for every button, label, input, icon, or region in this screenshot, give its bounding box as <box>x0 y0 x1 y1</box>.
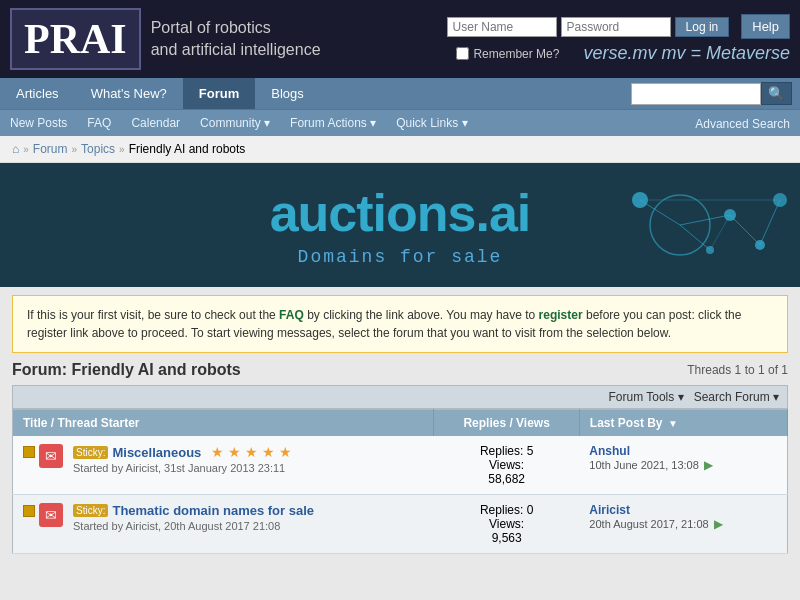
advanced-search-link[interactable]: Advanced Search <box>695 117 790 131</box>
login-row: Log in <box>447 17 730 37</box>
help-button[interactable]: Help <box>741 14 790 39</box>
forum-section: Forum: Friendly AI and robots Threads 1 … <box>12 361 788 554</box>
thread-title-cell: ✉ Sticky: Thematic domain names for sale… <box>13 495 434 554</box>
remember-checkbox[interactable] <box>456 47 469 60</box>
lastpost-cell: Anshul 10th June 2021, 13:08 ▶ <box>579 436 787 495</box>
nav-articles[interactable]: Articles <box>0 78 75 109</box>
replies-cell: Replies: 5 Views: 58,682 <box>434 436 579 495</box>
remember-label: Remember Me? <box>473 47 559 61</box>
login-button[interactable]: Log in <box>675 17 730 37</box>
table-row: ✉ Sticky: Miscellaneous ★ ★ ★ ★ ★ Starte… <box>13 436 788 495</box>
thread-status-icon: ✉ <box>39 444 63 468</box>
star-rating: ★ ★ ★ ★ ★ <box>211 444 292 460</box>
go-to-post-icon[interactable]: ▶ <box>714 517 723 531</box>
thread-count: Threads 1 to 1 of 1 <box>687 363 788 377</box>
password-input[interactable] <box>561 17 671 37</box>
sticky-badge: Sticky: <box>73 504 108 517</box>
thread-info: Sticky: Miscellaneous ★ ★ ★ ★ ★ Started … <box>73 444 292 474</box>
subnav-forum-actions[interactable]: Forum Actions ▾ <box>280 112 386 134</box>
thread-link[interactable]: Miscellaneous <box>112 445 201 460</box>
thread-status-icon: ✉ <box>39 503 63 527</box>
sticky-icon <box>23 505 35 517</box>
replies-cell: Replies: 0 Views: 9,563 <box>434 495 579 554</box>
breadcrumb-current: Friendly AI and robots <box>129 142 246 156</box>
lastpost-cell: Airicist 20th August 2017, 21:08 ▶ <box>579 495 787 554</box>
thread-title-cell: ✉ Sticky: Miscellaneous ★ ★ ★ ★ ★ Starte… <box>13 436 434 495</box>
col-replies-views: Replies / Views <box>434 410 579 437</box>
nav-forum[interactable]: Forum <box>183 78 255 109</box>
lastpost-user[interactable]: Airicist <box>589 503 777 517</box>
site-header: PRAI Portal of robotics and artificial i… <box>0 0 800 78</box>
breadcrumb: ⌂ » Forum » Topics » Friendly AI and rob… <box>0 136 800 163</box>
thread-link[interactable]: Thematic domain names for sale <box>112 503 314 518</box>
subnav-faq[interactable]: FAQ <box>77 112 121 134</box>
metaverse-text: verse.mv mv = Metaverse <box>583 43 790 64</box>
username-input[interactable] <box>447 17 557 37</box>
faq-link[interactable]: FAQ <box>279 308 304 322</box>
logo-box: PRAI Portal of robotics and artificial i… <box>10 8 321 70</box>
breadcrumb-topics[interactable]: Topics <box>81 142 115 156</box>
thread-meta: Started by Airicist, 20th August 2017 21… <box>73 520 314 532</box>
info-box: If this is your first visit, be sure to … <box>12 295 788 353</box>
forum-toolbar: Forum Tools ▾ Search Forum ▾ <box>12 385 788 409</box>
subnav-right: Advanced Search <box>695 116 800 131</box>
col-last-post[interactable]: Last Post By ▼ <box>579 410 787 437</box>
nav-search-input[interactable] <box>631 83 761 105</box>
lastpost-user[interactable]: Anshul <box>589 444 777 458</box>
sort-icon: ▼ <box>668 418 678 429</box>
table-row: ✉ Sticky: Thematic domain names for sale… <box>13 495 788 554</box>
forum-tools-button[interactable]: Forum Tools ▾ <box>608 390 683 404</box>
forum-title: Forum: Friendly AI and robots <box>12 361 241 379</box>
breadcrumb-forum[interactable]: Forum <box>33 142 68 156</box>
sticky-icon <box>23 446 35 458</box>
header-right: Log in Help Remember Me? verse.mv mv = M… <box>447 14 790 64</box>
remember-row: Remember Me? verse.mv mv = Metaverse <box>456 43 790 64</box>
col-title: Title / Thread Starter <box>13 410 434 437</box>
sticky-badge: Sticky: <box>73 446 108 459</box>
subnav-quick-links[interactable]: Quick Links ▾ <box>386 112 477 134</box>
banner-title: auctions.ai <box>20 183 780 243</box>
sub-nav: New Posts FAQ Calendar Community ▾ Forum… <box>0 109 800 136</box>
lastpost-date: 10th June 2021, 13:08 ▶ <box>589 458 777 472</box>
banner-subtitle: Domains for sale <box>20 247 780 267</box>
subnav-new-posts[interactable]: New Posts <box>0 112 77 134</box>
nav-search-box: 🔍 <box>631 82 800 105</box>
thread-info: Sticky: Thematic domain names for sale S… <box>73 503 314 532</box>
site-tagline: Portal of robotics and artificial intell… <box>151 17 321 62</box>
site-logo: PRAI <box>24 16 127 62</box>
home-icon[interactable]: ⌂ <box>12 142 19 156</box>
thread-meta: Started by Airicist, 31st January 2013 2… <box>73 462 292 474</box>
lastpost-date: 20th August 2017, 21:08 ▶ <box>589 517 777 531</box>
forum-header: Forum: Friendly AI and robots Threads 1 … <box>12 361 788 379</box>
nav-whatsnew[interactable]: What's New? <box>75 78 183 109</box>
search-forum-button[interactable]: Search Forum ▾ <box>694 390 779 404</box>
nav-blogs[interactable]: Blogs <box>255 78 320 109</box>
go-to-post-icon[interactable]: ▶ <box>704 458 713 472</box>
subnav-community[interactable]: Community ▾ <box>190 112 280 134</box>
register-link[interactable]: register <box>539 308 583 322</box>
banner: auctions.ai Domains for sale <box>0 163 800 287</box>
nav-bar: Articles What's New? Forum Blogs 🔍 <box>0 78 800 109</box>
thread-table: Title / Thread Starter Replies / Views L… <box>12 409 788 554</box>
nav-search-button[interactable]: 🔍 <box>761 82 792 105</box>
subnav-calendar[interactable]: Calendar <box>121 112 190 134</box>
